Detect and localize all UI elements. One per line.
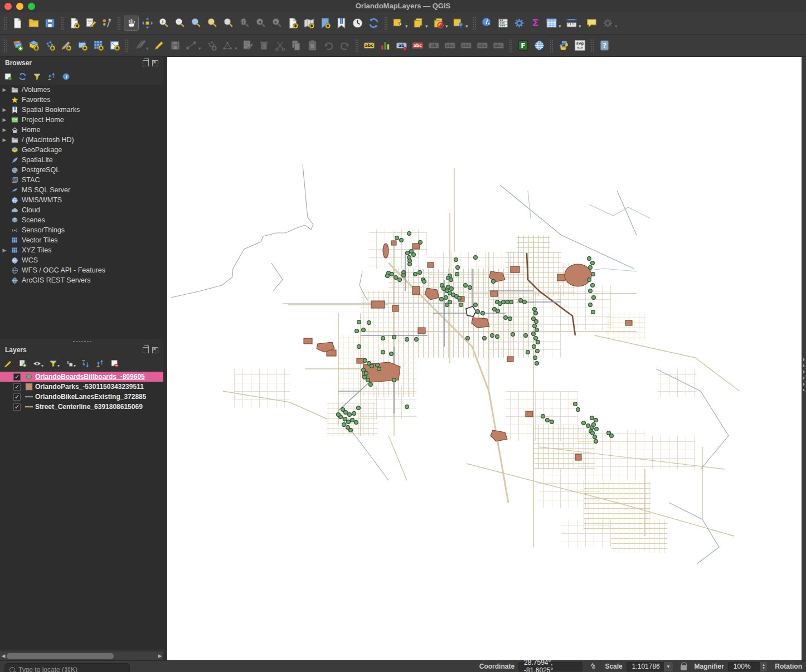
layer-labeling-button[interactable]: abc	[362, 38, 377, 53]
refresh-browser-icon[interactable]	[18, 72, 27, 81]
new-spatialite-layer-button[interactable]	[59, 38, 74, 53]
add-selected-layers-icon[interactable]	[3, 72, 13, 81]
expand-icon[interactable]: ▶	[0, 137, 9, 143]
zoom-in-button[interactable]: +	[156, 16, 171, 31]
browser-float-icon[interactable]	[143, 60, 149, 66]
browser-item-stac[interactable]: STAC	[0, 175, 163, 185]
refresh-map-button[interactable]	[366, 16, 381, 31]
new-print-layout-button[interactable]	[67, 16, 82, 31]
select-features-by-value-dropdown-icon[interactable]: ▾	[425, 23, 430, 29]
new-mesh-layer-button[interactable]	[107, 38, 122, 53]
zoom-window-button[interactable]	[28, 3, 35, 10]
expand-icon[interactable]: ▶	[0, 247, 9, 253]
toolbar-grip[interactable]	[509, 39, 513, 52]
vertex-tool-button[interactable]	[220, 38, 235, 53]
add-group-icon[interactable]	[18, 359, 27, 368]
locator-search-input[interactable]: Type to locate (⌘K)	[4, 663, 130, 672]
options-button[interactable]	[512, 16, 527, 31]
collapse-all-icon[interactable]	[47, 72, 56, 81]
modify-attributes-button[interactable]	[240, 38, 255, 53]
rotate-label-button[interactable]: abc	[443, 38, 458, 53]
digitize-segment-button[interactable]	[184, 38, 199, 53]
toolbar-grip[interactable]	[550, 39, 553, 52]
scroll-right-icon[interactable]: ▶	[157, 653, 163, 659]
run-feature-action-button[interactable]	[600, 16, 615, 31]
zoom-next-button[interactable]: ▸	[269, 16, 284, 31]
zoom-last-button[interactable]: ◂	[253, 16, 268, 31]
current-edits-dropdown-icon[interactable]: ▾	[146, 46, 150, 51]
scale-dropdown-icon[interactable]: ▼	[664, 662, 673, 671]
layer-row[interactable]: ✓OrlandoParks_-5301150343239511	[0, 382, 163, 392]
zoom-to-selection-button[interactable]	[221, 16, 236, 31]
browser-item-arcgis-rest-servers[interactable]: ArcGIS REST Servers	[0, 275, 163, 285]
measure-line-button[interactable]	[564, 16, 579, 31]
filter-legend-icon[interactable]: ▾	[48, 359, 60, 368]
expand-all-icon[interactable]	[81, 359, 90, 368]
redo-button[interactable]	[337, 38, 352, 53]
new-scratch-layer-button[interactable]	[75, 38, 90, 53]
browser-item-spatialite[interactable]: SpatiaLite	[0, 155, 163, 165]
layer-visibility-checkbox[interactable]: ✓	[13, 373, 21, 381]
pin-labels-button[interactable]: ab	[394, 38, 409, 53]
statistical-summary-button[interactable]: Σ	[528, 16, 543, 31]
current-edits-button[interactable]	[132, 38, 147, 53]
show-layout-manager-button[interactable]	[83, 16, 98, 31]
browser-item-project-home[interactable]: ▶Project Home	[0, 115, 163, 125]
right-dock-handle[interactable]	[802, 57, 806, 660]
properties-widget-icon[interactable]: i	[61, 72, 71, 81]
layer-row[interactable]: ✓OrlandoBoardsBillboards_-809605	[0, 372, 163, 382]
attribute-table-button[interactable]	[544, 16, 559, 31]
open-layer-styling-icon[interactable]	[3, 359, 13, 368]
layer-visibility-checkbox[interactable]: ✓	[13, 403, 21, 411]
magnifier-field[interactable]: 100%	[728, 662, 762, 671]
pan-to-selection-button[interactable]	[140, 16, 155, 31]
layers-float-icon[interactable]	[143, 347, 149, 353]
scale-field[interactable]: 1:101786	[627, 662, 666, 671]
browser-item-xyz-tiles[interactable]: ▶XYZ Tiles	[0, 245, 163, 255]
toolbar-grip[interactable]	[473, 17, 477, 30]
deselect-features-dropdown-icon[interactable]: ▾	[445, 23, 450, 29]
select-by-location-dropdown-icon[interactable]: ▾	[465, 23, 470, 29]
browser-item-vector-tiles[interactable]: Vector Tiles	[0, 235, 163, 245]
layer-diagram-button[interactable]	[378, 38, 393, 53]
select-features-by-value-button[interactable]	[411, 16, 426, 31]
select-by-location-button[interactable]	[451, 16, 466, 31]
save-project-button[interactable]	[42, 16, 57, 31]
manage-map-themes-icon[interactable]: ▾	[32, 359, 43, 368]
toolbar-grip[interactable]	[384, 17, 388, 30]
browser-item-scenes[interactable]: Scenes	[0, 215, 163, 225]
remove-layer-icon[interactable]	[110, 359, 119, 368]
select-features-button[interactable]	[391, 16, 406, 31]
layers-horizontal-scrollbar[interactable]: ◀ ▶	[0, 651, 163, 660]
magnifier-spinner[interactable]: ▲▼	[760, 662, 768, 671]
browser-item-macintosh-hd[interactable]: ▶/ (Macintosh HD)	[0, 135, 163, 145]
browser-item-home[interactable]: ▶Home	[0, 125, 163, 135]
delete-selected-button[interactable]	[256, 38, 271, 53]
layer-visibility-checkbox[interactable]: ✓	[13, 393, 21, 401]
deselect-features-button[interactable]	[431, 16, 446, 31]
digitize-segment-dropdown-icon[interactable]: ▾	[198, 46, 203, 51]
label-properties-button[interactable]: abc	[491, 38, 506, 53]
temporal-controller-button[interactable]	[350, 16, 365, 31]
zoom-out-button[interactable]: −	[172, 16, 187, 31]
zoom-full-button[interactable]	[188, 16, 203, 31]
new-geopackage-layer-button[interactable]	[26, 38, 41, 53]
move-label-button[interactable]: ab	[426, 38, 441, 53]
svg-annotations-button[interactable]: svg<>	[572, 38, 587, 53]
toolbar-grip[interactable]	[125, 39, 129, 52]
new-spatial-bookmark-button[interactable]	[318, 16, 333, 31]
toolbar-grip[interactable]	[60, 17, 64, 30]
cut-features-button[interactable]	[273, 38, 288, 53]
field-calculator-button[interactable]	[496, 16, 511, 31]
show-spatial-bookmarks-button[interactable]	[334, 16, 349, 31]
map-canvas[interactable]	[167, 57, 802, 660]
browser-item-cloud[interactable]: Cloud	[0, 205, 163, 215]
mouse-extents-icon[interactable]	[588, 661, 597, 672]
new-virtual-layer-button[interactable]	[91, 38, 106, 53]
layer-visibility-checkbox[interactable]: ✓	[13, 383, 21, 391]
expand-icon[interactable]: ▶	[0, 117, 9, 123]
open-project-button[interactable]	[26, 16, 41, 31]
browser-item-wfs-ogc-api-features[interactable]: WFS / OGC API - Features	[0, 265, 163, 275]
python-console-button[interactable]	[556, 38, 571, 53]
new-shapefile-layer-button[interactable]	[42, 38, 57, 53]
